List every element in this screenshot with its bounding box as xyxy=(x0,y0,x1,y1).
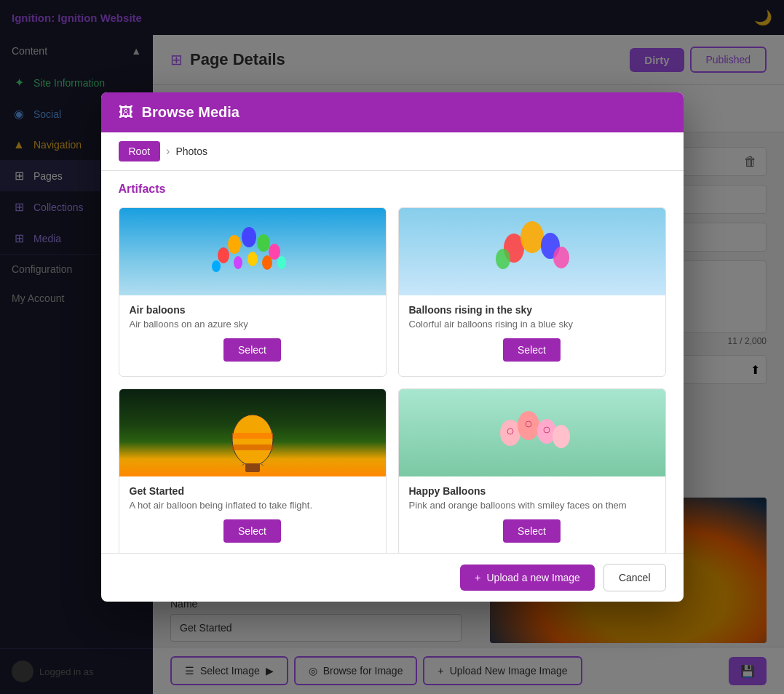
artifact-image-air-baloons xyxy=(119,208,386,295)
svg-line-21 xyxy=(260,463,264,466)
svg-point-14 xyxy=(553,247,569,268)
svg-rect-18 xyxy=(232,444,273,450)
artifact-card-air-baloons: Air baloons Air balloons on an azure sky… xyxy=(119,207,387,377)
baloons-svg xyxy=(209,215,296,288)
artifact-name: Get Started xyxy=(130,485,376,497)
artifact-image-balloons-rising xyxy=(399,208,665,295)
svg-point-8 xyxy=(212,260,221,272)
artifacts-label: Artifacts xyxy=(119,183,666,196)
modal-footer: + Upload a new Image Cancel xyxy=(101,553,684,602)
artifact-name: Air baloons xyxy=(130,304,376,316)
plus-upload-icon: + xyxy=(475,572,480,583)
svg-point-23 xyxy=(518,411,539,440)
artifact-info-balloons-rising: Balloons rising in the sky Colorful air … xyxy=(399,295,665,376)
modal-header: 🖼 Browse Media xyxy=(101,92,684,132)
svg-line-20 xyxy=(242,463,245,466)
artifact-name: Balloons rising in the sky xyxy=(409,304,655,316)
artifact-card-balloons-rising: Balloons rising in the sky Colorful air … xyxy=(398,207,666,377)
svg-rect-19 xyxy=(245,463,260,472)
rising-baloons-svg xyxy=(488,215,576,288)
artifacts-section: Artifacts xyxy=(101,171,684,553)
svg-point-22 xyxy=(500,420,520,446)
select-artifact-balloons-rising-button[interactable]: Select xyxy=(503,338,561,362)
artifact-card-happy-balloons: Happy Balloons Pink and orange balloons … xyxy=(398,388,666,553)
svg-rect-17 xyxy=(232,433,273,439)
svg-point-7 xyxy=(262,255,272,270)
svg-point-11 xyxy=(520,221,544,253)
artifact-info-get-started: Get Started A hot air balloon being infl… xyxy=(119,476,386,553)
artifact-image-get-started xyxy=(119,389,386,476)
select-artifact-air-baloons-button[interactable]: Select xyxy=(223,338,281,362)
svg-point-3 xyxy=(257,234,270,252)
cancel-modal-button[interactable]: Cancel xyxy=(603,564,666,591)
artifact-desc: Colorful air balloons rising in a blue s… xyxy=(409,319,655,330)
modal-breadcrumb: Root › Photos xyxy=(101,132,684,171)
svg-point-13 xyxy=(496,249,510,269)
svg-point-0 xyxy=(218,247,229,263)
upload-new-image-modal-button[interactable]: + Upload a new Image xyxy=(460,565,595,591)
svg-point-6 xyxy=(234,256,242,269)
get-started-svg xyxy=(216,411,289,476)
artifact-name: Happy Balloons xyxy=(409,485,655,497)
artifact-desc: Air balloons on an azure sky xyxy=(130,319,376,330)
artifact-desc: A hot air balloon being inflated to take… xyxy=(130,500,376,511)
artifact-info-air-baloons: Air baloons Air balloons on an azure sky… xyxy=(119,295,386,376)
browse-media-modal: 🖼 Browse Media Root › Photos Artifacts xyxy=(101,92,684,602)
svg-point-25 xyxy=(553,425,570,448)
modal-overlay[interactable]: 🖼 Browse Media Root › Photos Artifacts xyxy=(0,0,784,694)
happy-baloons-svg xyxy=(488,396,576,469)
select-artifact-get-started-button[interactable]: Select xyxy=(223,519,281,543)
artifact-info-happy-balloons: Happy Balloons Pink and orange balloons … xyxy=(399,476,665,553)
breadcrumb-root-button[interactable]: Root xyxy=(119,141,161,161)
breadcrumb-current: Photos xyxy=(175,145,207,157)
svg-point-9 xyxy=(277,256,286,269)
select-artifact-happy-balloons-button[interactable]: Select xyxy=(503,519,561,543)
artifact-card-get-started: Get Started A hot air balloon being infl… xyxy=(119,388,387,553)
svg-point-1 xyxy=(228,235,241,254)
artifacts-grid: Air baloons Air balloons on an azure sky… xyxy=(119,207,666,553)
artifact-image-happy-balloons xyxy=(399,389,665,476)
breadcrumb-separator: › xyxy=(166,145,170,158)
modal-title: Browse Media xyxy=(142,104,239,121)
modal-header-icon: 🖼 xyxy=(119,104,133,121)
artifact-desc: Pink and orange balloons with smiley fac… xyxy=(409,500,655,511)
svg-point-5 xyxy=(248,252,258,266)
svg-point-2 xyxy=(242,227,256,247)
